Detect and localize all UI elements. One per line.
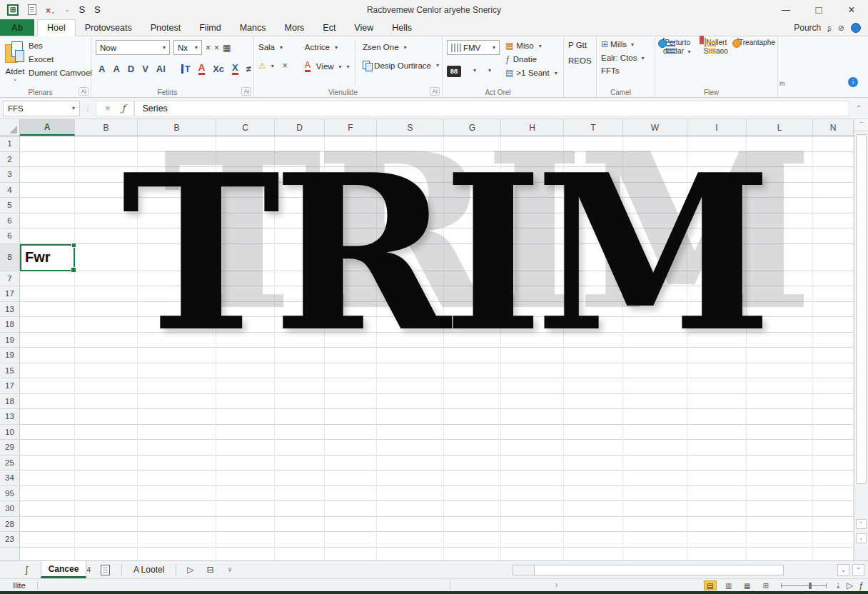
cell[interactable] (623, 455, 687, 471)
cell[interactable] (444, 167, 501, 183)
cell[interactable] (275, 213, 325, 229)
cell[interactable] (216, 363, 275, 379)
cell[interactable] (747, 348, 813, 363)
view-extra-button[interactable]: ⊞ (760, 580, 772, 590)
cell[interactable] (747, 136, 813, 152)
row-header-28[interactable]: 28 (0, 517, 20, 533)
cell[interactable] (687, 213, 747, 229)
row-header-95[interactable]: 95 (0, 486, 20, 502)
cell[interactable] (138, 183, 216, 198)
scroll-button-down[interactable]: ⌄ (856, 533, 867, 543)
cell[interactable] (275, 271, 325, 287)
cell[interactable] (325, 409, 377, 425)
cell[interactable] (687, 228, 747, 244)
cell[interactable] (325, 548, 377, 561)
cell[interactable] (813, 440, 854, 455)
cell[interactable] (747, 213, 813, 229)
cell[interactable] (75, 394, 138, 410)
cell[interactable] (813, 317, 854, 333)
cell[interactable] (747, 440, 813, 455)
cell[interactable] (75, 425, 138, 441)
cell[interactable] (275, 425, 325, 441)
redo-caret-icon[interactable]: ⌄ (65, 6, 70, 13)
play-icon[interactable]: ▷ (187, 565, 193, 575)
cell[interactable] (75, 517, 138, 533)
row-header-3[interactable]: 3 (0, 167, 20, 183)
column-header-w-10[interactable]: W (623, 119, 687, 136)
cell[interactable] (623, 501, 687, 517)
cell[interactable] (623, 167, 687, 183)
cell[interactable] (377, 136, 444, 152)
cell[interactable] (216, 333, 275, 348)
cell[interactable] (813, 532, 854, 548)
cell[interactable] (623, 394, 687, 410)
cell[interactable] (75, 378, 138, 394)
undo-button[interactable]: ×⌄ (46, 4, 56, 16)
cell[interactable] (564, 409, 623, 425)
format-extra-1-button[interactable]: T (181, 64, 191, 74)
cell[interactable] (747, 317, 813, 333)
format-d-button[interactable]: D (128, 64, 134, 74)
cell[interactable] (444, 317, 501, 333)
cell[interactable] (216, 244, 275, 271)
cell[interactable] (501, 302, 564, 318)
cell[interactable] (138, 244, 216, 271)
cell[interactable] (813, 213, 854, 229)
cell[interactable] (501, 228, 564, 244)
ffts-button[interactable]: FFTs (601, 66, 652, 75)
view-normal-button[interactable]: ▤ (704, 580, 717, 590)
cell[interactable] (275, 378, 325, 394)
cell[interactable] (564, 425, 623, 441)
cell[interactable] (501, 517, 564, 533)
cell[interactable] (747, 302, 813, 318)
cell[interactable] (564, 167, 623, 183)
cell[interactable] (275, 409, 325, 425)
cell[interactable] (138, 470, 216, 486)
cell[interactable] (687, 455, 747, 471)
cell[interactable] (75, 286, 138, 302)
cell[interactable] (377, 271, 444, 287)
column-header-b-2[interactable]: B (138, 119, 216, 136)
dnatie-button[interactable]: ƒDnatie (505, 54, 557, 64)
cell[interactable] (275, 394, 325, 410)
cell[interactable] (564, 152, 623, 168)
cell[interactable] (687, 470, 747, 486)
cell[interactable] (325, 136, 377, 152)
cell[interactable] (623, 183, 687, 198)
cell[interactable] (275, 501, 325, 517)
cell[interactable] (687, 532, 747, 548)
cell[interactable] (813, 378, 854, 394)
cell[interactable] (687, 348, 747, 363)
cell[interactable] (325, 183, 377, 198)
cell[interactable] (75, 244, 138, 271)
cell[interactable] (377, 244, 444, 271)
cell[interactable] (444, 198, 501, 213)
actrice-dropdown[interactable]: Actrice▾ (305, 43, 355, 51)
cell[interactable] (75, 228, 138, 244)
cell[interactable] (687, 271, 747, 287)
cell[interactable] (325, 378, 377, 394)
cell[interactable] (623, 348, 687, 363)
row-header-[interactable] (0, 548, 20, 561)
font-name-dropdown[interactable]: Now▾ (96, 40, 170, 55)
cell[interactable] (377, 286, 444, 302)
clear-icon[interactable]: × (206, 43, 211, 53)
cell[interactable] (216, 198, 275, 213)
cell[interactable] (377, 302, 444, 318)
cell[interactable] (747, 286, 813, 302)
cell[interactable] (564, 198, 623, 213)
cell[interactable] (216, 501, 275, 517)
cell[interactable] (377, 348, 444, 363)
cell[interactable] (747, 183, 813, 198)
cell[interactable] (501, 152, 564, 168)
cell[interactable] (623, 425, 687, 441)
cell[interactable] (747, 517, 813, 533)
cell[interactable] (275, 244, 325, 271)
insert-function-icon[interactable]: ƒ (122, 103, 126, 114)
cell[interactable] (275, 198, 325, 213)
cell[interactable] (444, 271, 501, 287)
row-header-13[interactable]: 13 (0, 409, 20, 425)
plenars-dialog-launcher[interactable]: Ai (79, 87, 89, 96)
ealr-ctos-dropdown[interactable]: Ealr: Ctos▾ (601, 54, 652, 62)
cell[interactable] (20, 394, 75, 410)
